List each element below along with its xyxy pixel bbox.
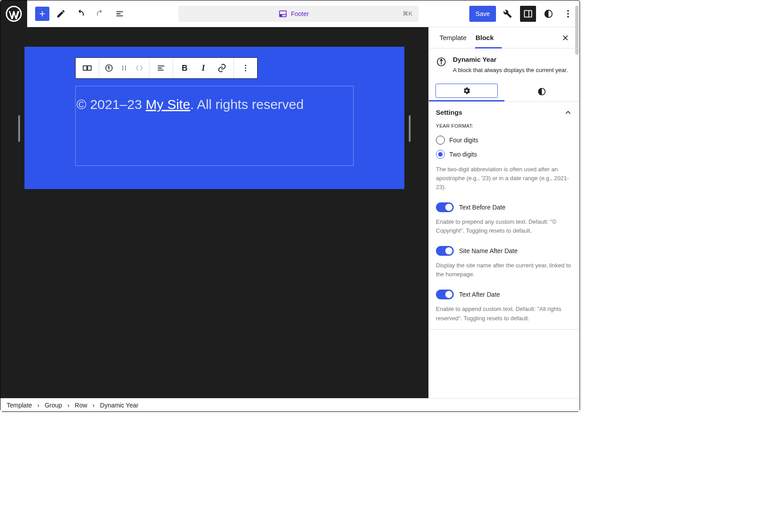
block-title: Dynamic Year <box>453 56 568 63</box>
save-button[interactable]: Save <box>469 6 496 22</box>
tab-block[interactable]: Block <box>471 27 498 48</box>
toggle-switch <box>436 246 454 256</box>
selected-block[interactable]: © 2021–23 My Site. All rights reserved <box>75 86 354 166</box>
svg-point-5 <box>567 13 569 15</box>
toggle-label: Site Name After Date <box>459 247 518 254</box>
svg-point-18 <box>245 70 246 71</box>
chevron-right-icon: › <box>37 402 40 409</box>
keyboard-shortcut: ⌘K <box>403 10 412 17</box>
text-before-help: Enable to prepend any custom text. Defau… <box>436 218 573 235</box>
block-breadcrumb: Template › Group › Row › Dynamic Year <box>0 398 580 411</box>
undo-button[interactable] <box>73 6 89 22</box>
settings-sidebar: Template Block Dynamic Year A block that… <box>428 27 580 398</box>
block-description: A block that always displays the current… <box>453 66 568 75</box>
svg-point-10 <box>122 66 123 67</box>
options-menu[interactable] <box>560 6 576 22</box>
year-format-help: The two-digit abbreviation is often used… <box>436 165 573 192</box>
breadcrumb-item[interactable]: Template <box>7 402 32 409</box>
radio-label: Two digits <box>449 151 477 158</box>
breadcrumb-item[interactable]: Row <box>75 402 87 409</box>
italic-button[interactable]: I <box>195 60 211 76</box>
chevron-right-icon: › <box>93 402 95 409</box>
wp-logo[interactable] <box>0 0 27 27</box>
svg-rect-3 <box>524 10 532 17</box>
svg-point-6 <box>567 16 569 17</box>
drag-handle-icon[interactable] <box>118 60 130 76</box>
styles-icon <box>537 87 546 96</box>
svg-point-15 <box>125 69 126 70</box>
add-block-button[interactable] <box>35 7 49 21</box>
top-toolbar: Footer ⌘K Save <box>0 0 580 27</box>
subtab-styles[interactable] <box>504 82 580 101</box>
svg-point-4 <box>567 10 569 12</box>
site-link[interactable]: My Site <box>146 97 190 112</box>
toggle-text-after[interactable]: Text After Date <box>436 288 573 301</box>
year-format-label: YEAR FORMAT: <box>436 123 573 129</box>
more-options-button[interactable] <box>238 60 254 76</box>
styles-icon[interactable] <box>540 6 556 22</box>
gear-icon <box>462 86 471 95</box>
tab-template[interactable]: Template <box>435 27 471 48</box>
radio-icon <box>436 150 445 159</box>
edit-mode-icon[interactable] <box>53 6 69 22</box>
svg-point-17 <box>245 68 246 69</box>
document-switcher[interactable]: Footer ⌘K <box>178 6 419 22</box>
toggle-site-name[interactable]: Site Name After Date <box>436 244 573 258</box>
breadcrumb-item[interactable]: Group <box>44 402 62 409</box>
editor-canvas[interactable]: B I © 2021–23 My Site. All rights reserv… <box>0 27 428 398</box>
align-button[interactable] <box>153 60 169 76</box>
breadcrumb-item[interactable]: Dynamic Year <box>100 402 138 409</box>
resize-handle-right[interactable] <box>409 115 411 142</box>
toggle-label: Text After Date <box>459 291 500 298</box>
svg-point-13 <box>125 66 126 67</box>
dynamic-year-icon <box>436 56 447 67</box>
redo-button[interactable] <box>92 6 108 22</box>
footer-suffix: . All rights reserved <box>190 97 304 112</box>
site-name-help: Display the site name after the current … <box>436 261 573 279</box>
radio-four-digits[interactable]: Four digits <box>436 133 573 147</box>
svg-point-14 <box>125 68 126 69</box>
radio-label: Four digits <box>449 137 478 144</box>
footer-block[interactable]: B I © 2021–23 My Site. All rights reserv… <box>24 47 404 189</box>
toggle-label: Text Before Date <box>459 204 505 211</box>
chevron-up-icon <box>564 108 573 117</box>
svg-point-16 <box>245 65 246 66</box>
toggle-switch <box>436 202 454 212</box>
list-view-button[interactable] <box>112 6 128 22</box>
svg-rect-7 <box>83 66 87 70</box>
footer-text[interactable]: © 2021–23 My Site. All rights reserved <box>77 97 304 112</box>
block-card: Dynamic Year A block that always display… <box>429 48 580 82</box>
toggle-text-before[interactable]: Text Before Date <box>436 201 573 214</box>
close-sidebar-button[interactable] <box>557 30 573 46</box>
panel-title: Settings <box>436 109 462 116</box>
move-arrows-icon[interactable] <box>133 60 145 76</box>
subtab-settings[interactable] <box>429 82 504 101</box>
block-toolbar: B I <box>75 57 258 79</box>
resize-handle-left[interactable] <box>18 115 20 142</box>
svg-rect-2 <box>279 14 282 16</box>
bold-button[interactable]: B <box>177 60 193 76</box>
text-after-help: Enable to append custom text. Default: "… <box>436 305 573 322</box>
document-title: Footer <box>291 10 309 17</box>
svg-point-12 <box>122 69 123 70</box>
footer-prefix: © 2021–23 <box>77 97 146 112</box>
svg-rect-8 <box>88 66 91 70</box>
radio-two-digits[interactable]: Two digits <box>436 147 573 161</box>
chevron-right-icon: › <box>67 402 69 409</box>
parent-block-icon[interactable] <box>79 60 95 76</box>
toggle-switch <box>436 290 454 299</box>
panel-settings-header[interactable]: Settings <box>429 102 580 123</box>
settings-sidebar-toggle[interactable] <box>520 6 536 22</box>
svg-point-11 <box>122 68 123 69</box>
tools-icon[interactable] <box>500 6 516 22</box>
radio-icon <box>436 136 445 145</box>
link-button[interactable] <box>214 60 230 76</box>
block-type-icon[interactable] <box>103 60 115 76</box>
